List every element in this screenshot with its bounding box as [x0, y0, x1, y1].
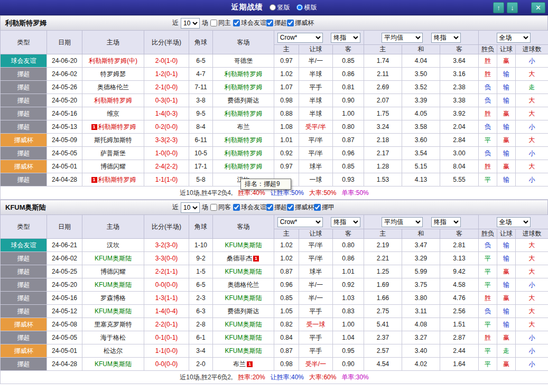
team-name-link[interactable]: 奥德格伦兰 [228, 281, 259, 288]
team-name-link[interactable]: 里塞克罗斯特 [94, 321, 132, 328]
team-name-link[interactable]: 利勒斯特罗姆(中) [89, 57, 137, 64]
team-name-link[interactable]: 博德闪耀 [100, 163, 126, 170]
same-venue-checkbox[interactable] [210, 20, 217, 26]
score-cell: 2-2(0-1) [144, 318, 189, 331]
team-name-link[interactable]: 奥德格伦兰 [97, 83, 129, 91]
team-name-link[interactable]: 利勒斯特罗姆 [98, 123, 136, 130]
avg-home-odds-cell: 1.66 [364, 292, 402, 305]
bookmaker-select[interactable]: Crow* [277, 217, 323, 227]
team-name-link[interactable]: 汉坎 [107, 241, 119, 249]
league-filter-checkbox[interactable] [314, 204, 321, 211]
team-name-link[interactable]: 利勒斯特罗姆 [225, 70, 263, 78]
avg-draw-odds-cell: 4.02 [402, 358, 440, 371]
move-up-button[interactable]: ↑ [493, 2, 504, 13]
league-filter-checkbox[interactable] [266, 204, 273, 211]
average-select[interactable]: 平均值 [382, 217, 423, 227]
team-name-link[interactable]: 松达尔 [104, 347, 123, 354]
team-name-link[interactable]: KFUM奥斯陆 [95, 307, 132, 315]
odds-stage-select-2[interactable]: 终指 [431, 217, 461, 227]
team-name-link[interactable]: 海于格松 [100, 334, 126, 341]
team-name-link[interactable]: 利勒斯特罗姆 [94, 97, 132, 104]
recent-count-select[interactable]: 10 [181, 202, 200, 213]
score-cell: 1-4(0-3) [144, 107, 189, 120]
match-row: 挪超24-05-20KFUM奥斯陆0-0(0-0)6-5奥德格伦兰0.96半/一… [1, 278, 548, 292]
layout-vertical-option[interactable]: 竖版 [270, 3, 290, 12]
away-team-cell: 费德列斯达 [213, 305, 274, 318]
vertical-radio[interactable] [270, 4, 276, 11]
handicap-cell: 球半 [299, 160, 333, 173]
team-name-link[interactable]: 布兰 [233, 360, 246, 368]
same-venue-checkbox[interactable] [210, 204, 217, 211]
team-name-link[interactable]: KFUM奥斯陆 [95, 281, 132, 288]
team-name-link[interactable]: 哥德堡 [234, 57, 253, 64]
result-goals-cell: 小 [516, 173, 548, 186]
team-name-link[interactable]: 利勒斯特罗姆 [225, 163, 263, 170]
league-filter-球会友谊[interactable]: 球会友谊 [233, 203, 266, 212]
odds-stage-select-2[interactable]: 终指 [431, 33, 461, 43]
fulltime-select[interactable]: 全场 [497, 217, 531, 227]
team-name-link[interactable]: 博德闪耀 [100, 268, 126, 275]
score-cell: 1-1(0-0) [144, 344, 189, 358]
team-name-link[interactable]: KFUM奥斯陆 [225, 241, 262, 249]
team-name-link[interactable]: 维京 [107, 110, 119, 117]
league-filter-球会友谊[interactable]: 球会友谊 [233, 18, 266, 27]
fulltime-select[interactable]: 全场 [497, 33, 531, 43]
avg-draw-odds-cell: 3.58 [402, 120, 440, 134]
sub-home: 主 [274, 45, 299, 54]
league-filter-checkbox[interactable] [266, 20, 273, 26]
close-button[interactable]: ✕ [531, 2, 545, 13]
team-name-link[interactable]: 特罗姆瑟 [100, 70, 126, 78]
layout-horizontal-option[interactable]: 横版 [296, 3, 317, 12]
team-name-link[interactable]: KFUM奥斯陆 [225, 294, 262, 302]
league-filter-checkbox[interactable] [287, 20, 294, 26]
handicap-cell: 平/半 [299, 134, 333, 147]
odds-stage-select-1[interactable]: 终指 [331, 33, 360, 43]
team-name-link[interactable]: 利勒斯特罗姆 [225, 136, 263, 144]
team-name-link[interactable]: 罗森博格 [100, 294, 126, 302]
team-name-link[interactable]: KFUM奥斯陆 [95, 255, 132, 262]
team-name-link[interactable]: 利勒斯特罗姆 [98, 176, 136, 183]
same-venue-filter[interactable]: 同客 [210, 203, 231, 212]
avg-draw-odds-cell: 3.52 [402, 81, 440, 94]
odds-stage-select-1[interactable]: 终指 [331, 217, 360, 227]
team-name-link[interactable]: KFUM奥斯陆 [225, 321, 262, 328]
same-venue-filter[interactable]: 同主 [210, 18, 231, 27]
league-filter-checkbox[interactable] [287, 204, 294, 211]
team-name-link[interactable]: KFUM奥斯陆 [225, 334, 262, 341]
horizontal-radio[interactable] [296, 4, 303, 11]
filter-bar: 近 10 场 同主 球会友谊挪超挪威杯 [172, 18, 314, 29]
team-name-link[interactable]: KFUM奥斯陆 [225, 268, 262, 275]
avg-draw-odds-cell: 3.39 [402, 94, 440, 107]
corner-cell: 6-3 [189, 305, 213, 318]
team-name-link[interactable]: 利勒斯特罗姆 [225, 110, 263, 117]
league-filter-checkbox[interactable] [233, 204, 240, 211]
bookmaker-select[interactable]: Crow* [277, 33, 323, 43]
team-name-link[interactable]: 费德列斯达 [228, 97, 259, 104]
result-handicap-cell: 赢 [497, 134, 516, 147]
league-filter-checkbox[interactable] [233, 20, 240, 26]
recent-count-select[interactable]: 10 [181, 18, 200, 29]
team-name-link[interactable]: KFUM奥斯陆 [95, 360, 132, 368]
average-select[interactable]: 平均值 [382, 33, 423, 43]
corner-cell: 6-5 [189, 54, 213, 68]
league-filter-挪超[interactable]: 挪超 [266, 203, 287, 212]
team-name-link[interactable]: 费德列斯达 [228, 307, 259, 315]
result-goals-cell: 大 [516, 134, 548, 147]
handicap-cell: 半/一 [299, 292, 333, 305]
team-name-link[interactable]: KFUM奥斯陆 [225, 347, 262, 354]
team-name-link[interactable]: 布兰 [237, 123, 250, 130]
league-filter-挪甲[interactable]: 挪甲 [314, 203, 335, 212]
team-name-link[interactable]: 萨普斯堡 [100, 150, 126, 157]
team-name-link[interactable]: 利勒斯特罗姆 [225, 150, 263, 157]
league-filter-挪超[interactable]: 挪超 [266, 18, 287, 27]
move-down-button[interactable]: ↓ [507, 2, 518, 13]
team-name-link[interactable]: 利勒斯特罗姆 [225, 83, 263, 91]
league-filter-挪威杯[interactable]: 挪威杯 [287, 18, 314, 27]
league-filter-挪威杯[interactable]: 挪威杯 [287, 203, 314, 212]
home-team-cell: 松达尔 [82, 344, 144, 358]
team-name-link[interactable]: 桑德菲杰 [227, 255, 252, 262]
team-name-link[interactable]: 斯托姆加斯特 [94, 136, 132, 144]
corner-cell: 2-8 [189, 318, 213, 331]
col-corner: 角球 [189, 31, 213, 54]
avg-home-odds-cell: 2.11 [364, 68, 402, 81]
